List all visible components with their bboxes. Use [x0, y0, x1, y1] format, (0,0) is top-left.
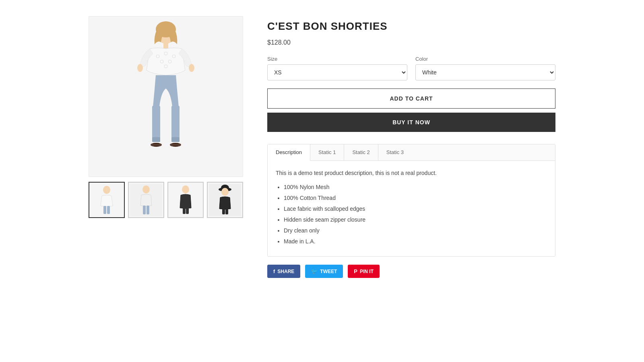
color-select[interactable]: White Black Navy: [415, 64, 555, 80]
svg-rect-28: [147, 206, 149, 214]
thumbnail-1[interactable]: [89, 182, 125, 218]
description-intro: This is a demo test product description,…: [276, 169, 547, 177]
thumbnail-1-image: [91, 184, 123, 216]
product-options: Size XS S M L XL Color White Black Navy: [267, 56, 555, 80]
svg-point-36: [221, 188, 229, 196]
svg-rect-2: [163, 43, 168, 49]
bullet-4: Hidden side seam zipper closure: [284, 216, 547, 224]
svg-point-22: [103, 186, 110, 194]
color-option-group: Color White Black Navy: [415, 56, 555, 80]
thumbnail-2[interactable]: [128, 182, 164, 218]
tab-description[interactable]: Description: [268, 144, 310, 161]
size-label: Size: [267, 56, 407, 62]
svg-rect-38: [225, 209, 228, 214]
product-price: $128.00: [267, 39, 555, 46]
description-bullets: 100% Nylon Mesh 100% Cotton Thread Lace …: [276, 183, 547, 246]
size-option-group: Size XS S M L XL: [267, 56, 407, 80]
thumbnail-3-image: [169, 184, 202, 216]
share-twitter-button[interactable]: 🐦 TWEET: [305, 265, 343, 278]
tab-static1[interactable]: Static 1: [310, 144, 344, 160]
svg-rect-32: [186, 208, 189, 214]
svg-point-26: [142, 185, 150, 193]
svg-rect-24: [107, 206, 110, 214]
svg-point-30: [182, 185, 189, 193]
size-select[interactable]: XS S M L XL: [267, 64, 407, 80]
bullet-6: Made in L.A.: [284, 237, 547, 246]
bullet-5: Dry clean only: [284, 226, 547, 235]
tab-content-description: This is a demo test product description,…: [268, 161, 555, 256]
bullet-1: 100% Nylon Mesh: [284, 183, 547, 191]
twitter-icon: 🐦: [311, 268, 318, 274]
add-to-cart-button[interactable]: ADD TO CART: [267, 88, 555, 109]
main-product-image: [89, 16, 243, 177]
product-tabs: Description Static 1 Static 2 Static 3 T…: [267, 144, 555, 257]
bullet-3: Lace fabric with scalloped edges: [284, 205, 547, 213]
svg-rect-37: [222, 209, 225, 214]
svg-rect-23: [103, 206, 106, 214]
buy-now-button[interactable]: BUY IT NOW: [267, 113, 555, 132]
facebook-icon: f: [273, 268, 275, 274]
svg-rect-12: [171, 106, 180, 142]
svg-rect-14: [171, 137, 180, 142]
share-label: SHARE: [277, 269, 294, 274]
bullet-2: 100% Cotton Thread: [284, 194, 547, 202]
product-images-column: [89, 16, 243, 278]
svg-rect-11: [152, 106, 160, 142]
thumbnail-gallery: [89, 182, 243, 218]
tweet-label: TWEET: [320, 269, 337, 274]
pin-label: PIN IT: [360, 269, 374, 274]
tab-static3[interactable]: Static 3: [378, 144, 412, 160]
thumbnail-2-image: [130, 184, 162, 216]
product-image-svg: [126, 18, 206, 175]
svg-point-10: [189, 64, 194, 72]
svg-rect-27: [143, 206, 146, 214]
product-info-column: C'EST BON SHORTIES $128.00 Size XS S M L…: [267, 16, 555, 278]
product-title: C'EST BON SHORTIES: [267, 20, 555, 33]
share-facebook-button[interactable]: f SHARE: [267, 265, 300, 278]
svg-rect-31: [183, 208, 186, 214]
svg-point-9: [137, 64, 143, 72]
tab-static2[interactable]: Static 2: [344, 144, 378, 160]
thumbnail-4-image: [209, 184, 241, 216]
pinterest-icon: P: [354, 268, 357, 274]
tabs-header: Description Static 1 Static 2 Static 3: [268, 144, 555, 161]
share-pinterest-button[interactable]: P PIN IT: [348, 265, 380, 278]
social-share: f SHARE 🐦 TWEET P PIN IT: [267, 265, 555, 278]
color-label: Color: [415, 56, 555, 62]
svg-rect-13: [152, 137, 160, 142]
thumbnail-3[interactable]: [167, 182, 204, 218]
thumbnail-4[interactable]: [207, 182, 243, 218]
